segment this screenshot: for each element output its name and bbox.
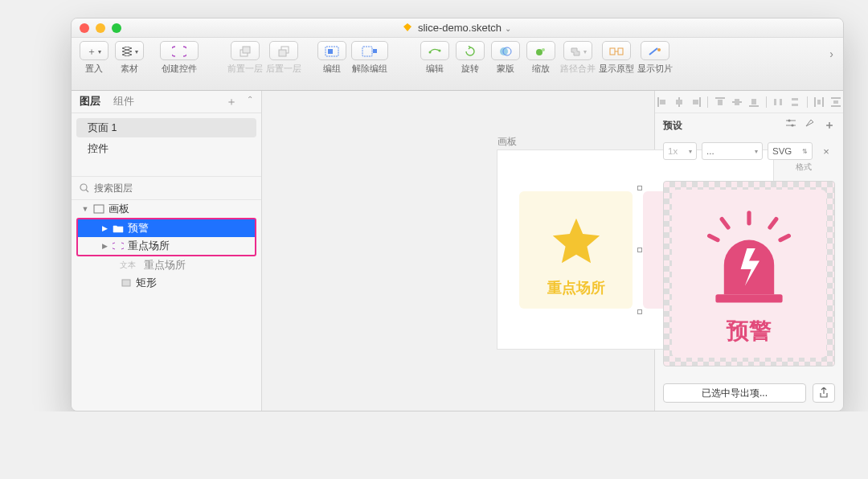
canvas[interactable]: 画板 重点场所 xyxy=(262,91,654,411)
svg-marker-0 xyxy=(403,23,411,31)
backward-button[interactable] xyxy=(269,41,298,60)
show-prototype-button[interactable] xyxy=(602,41,631,60)
union-button[interactable]: ▾ xyxy=(563,41,592,60)
layer-key-place[interactable]: ▶ 重点场所 xyxy=(78,237,255,255)
preview-label: 预警 xyxy=(727,316,772,346)
align-right-button[interactable] xyxy=(689,95,702,109)
card-label: 重点场所 xyxy=(547,278,605,297)
svg-point-17 xyxy=(657,48,661,51)
svg-rect-39 xyxy=(774,99,776,105)
search-field[interactable] xyxy=(72,176,261,200)
add-page-button[interactable]: ＋ xyxy=(226,95,237,109)
svg-point-18 xyxy=(80,184,87,190)
rotate-button[interactable] xyxy=(456,41,485,60)
ungroup-icon xyxy=(362,46,378,57)
disclosure-right-icon: ▶ xyxy=(100,224,108,232)
layer-label: 矩形 xyxy=(136,276,157,290)
search-input[interactable] xyxy=(94,182,253,194)
svg-rect-8 xyxy=(373,49,377,53)
toolbar-rotate: 旋转 xyxy=(454,41,486,75)
chevron-down-icon: ▾ xyxy=(583,48,587,55)
toolbar-scale: 缩放 xyxy=(525,41,557,75)
scale-button[interactable] xyxy=(526,41,555,60)
page-item[interactable]: 页面 1 xyxy=(76,118,256,137)
slice-icon xyxy=(648,47,662,56)
align-vcenter-button[interactable] xyxy=(730,95,743,109)
group-button[interactable] xyxy=(317,41,346,60)
ungroup-button[interactable] xyxy=(351,41,388,60)
svg-rect-41 xyxy=(792,98,798,100)
add-preset-button[interactable]: ＋ xyxy=(824,118,835,133)
layers-panel: ▼ 画板 ▶ 预警 ▶ xyxy=(72,200,261,292)
layer-artboard[interactable]: ▼ 画板 xyxy=(72,200,261,218)
card-key-place[interactable]: 重点场所 xyxy=(519,191,633,309)
tab-components[interactable]: 组件 xyxy=(113,95,134,108)
toolbar-create-symbol: 创建控件 xyxy=(160,41,199,75)
svg-rect-6 xyxy=(328,49,333,54)
svg-line-57 xyxy=(780,235,788,240)
svg-rect-30 xyxy=(676,100,682,104)
remove-preset-button[interactable]: × xyxy=(817,142,835,160)
chevron-down-icon: ⌄ xyxy=(505,24,511,33)
toolbar-union: ▾ 路径合并 xyxy=(560,41,596,75)
tab-layers[interactable]: 图层 xyxy=(80,95,100,108)
toolbar-assets: ▾ 素材 xyxy=(113,41,145,75)
svg-rect-40 xyxy=(780,99,782,105)
align-hcenter-button[interactable] xyxy=(672,95,686,109)
insert-button[interactable]: ＋ ▾ xyxy=(80,41,108,60)
edit-button[interactable] xyxy=(420,41,449,60)
page-item[interactable]: 控件 xyxy=(76,139,256,158)
body: 图层 组件 ＋ ⌃ 页面 1 控件 ▼ xyxy=(72,91,843,411)
artboard-name[interactable]: 画板 xyxy=(497,135,517,149)
svg-point-13 xyxy=(536,49,542,55)
prefix-field[interactable]: ... ▾ xyxy=(702,142,763,160)
align-top-button[interactable] xyxy=(713,95,727,109)
distribute-h-button[interactable] xyxy=(772,95,785,109)
svg-rect-58 xyxy=(715,294,782,302)
knife-icon[interactable] xyxy=(805,118,816,133)
toolbar-ungroup: 解除编组 xyxy=(351,41,388,75)
layer-rect[interactable]: 矩形 xyxy=(72,274,261,292)
forward-button[interactable] xyxy=(231,41,260,60)
distribute-v-button[interactable] xyxy=(788,95,802,109)
align-left-button[interactable] xyxy=(655,95,669,109)
layer-label: 预警 xyxy=(128,222,149,235)
layer-warning[interactable]: ▶ 预警 xyxy=(78,219,255,237)
sidebar-tabs: 图层 组件 ＋ ⌃ xyxy=(72,91,261,113)
layer-key-place-text[interactable]: 文本 重点场所 xyxy=(72,256,261,274)
export-button[interactable]: 已选中导出项... xyxy=(663,383,806,403)
format-field[interactable]: SVG ⇅ xyxy=(768,142,813,160)
chevron-down-icon: ▾ xyxy=(98,48,101,55)
export-row: 已选中导出项... xyxy=(655,377,843,411)
svg-rect-15 xyxy=(610,48,615,55)
settings-icon[interactable] xyxy=(785,118,796,133)
title-area[interactable]: slice-demo.sketch ⌄ xyxy=(72,22,843,34)
toolbar-show-prototype: 显示原型 xyxy=(599,41,634,75)
shape-icon xyxy=(120,277,133,289)
assets-button[interactable]: ▾ xyxy=(115,41,144,60)
chevron-down-icon: ▾ xyxy=(135,48,138,55)
collapse-icon[interactable]: ⌃ xyxy=(247,95,253,109)
toolbar-overflow-button[interactable]: › xyxy=(829,41,837,60)
svg-rect-36 xyxy=(735,99,739,105)
svg-rect-38 xyxy=(751,99,756,104)
export-label: 已选中导出项... xyxy=(702,387,768,400)
rotate-icon xyxy=(464,46,477,57)
size-field[interactable]: 1x ▾ xyxy=(663,142,697,160)
toolbar-show-slices: 显示切片 xyxy=(637,41,673,75)
star-icon xyxy=(548,214,604,270)
create-symbol-button[interactable] xyxy=(160,41,199,60)
preset-header: 预设 ＋ xyxy=(655,113,843,137)
align-bottom-button[interactable] xyxy=(747,95,761,109)
share-button[interactable] xyxy=(813,383,835,403)
tidy-h-button[interactable] xyxy=(813,95,826,109)
titlebar: slice-demo.sketch ⌄ xyxy=(72,18,843,38)
toolbar: ＋ ▾ 置入 ▾ 素材 创建控件 前置一 xyxy=(72,38,843,91)
mask-button[interactable] xyxy=(491,41,520,60)
chevron-down-icon: ▾ xyxy=(689,148,692,155)
tidy-v-button[interactable] xyxy=(829,95,843,109)
svg-rect-32 xyxy=(693,100,698,104)
show-slices-button[interactable] xyxy=(641,41,669,60)
group-label: 编组 xyxy=(323,63,341,75)
edit-icon xyxy=(428,46,441,57)
